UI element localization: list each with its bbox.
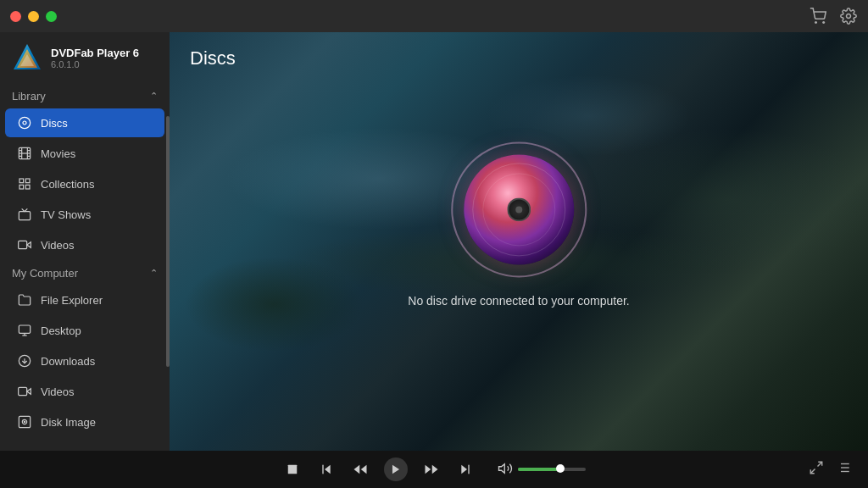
disc-center xyxy=(507,197,531,221)
library-section-header[interactable]: Library ⌃ xyxy=(0,83,170,108)
fileexplorer-icon xyxy=(17,292,32,308)
svg-point-0 xyxy=(815,22,817,24)
close-button[interactable] xyxy=(10,11,21,22)
videos-label: Videos xyxy=(41,239,75,252)
app-brand: DVDFab Player 6 6.0.1.0 xyxy=(0,32,170,83)
volume-slider[interactable] xyxy=(518,468,586,471)
disc-center-dot xyxy=(515,206,522,213)
mycomputer-chevron-icon: ⌃ xyxy=(150,268,158,279)
svg-marker-43 xyxy=(499,463,505,473)
app-version: 6.0.1.0 xyxy=(51,59,139,69)
svg-rect-17 xyxy=(25,179,30,183)
movies-label: Movies xyxy=(41,147,75,160)
svg-rect-35 xyxy=(322,465,323,474)
sidebar-item-desktop[interactable]: Desktop xyxy=(5,316,164,345)
tvshows-icon xyxy=(17,207,32,222)
svg-marker-41 xyxy=(461,465,467,474)
disc-visual xyxy=(464,154,574,264)
rewind-button[interactable] xyxy=(350,459,370,480)
stop-button[interactable] xyxy=(282,459,303,480)
playback-right-controls xyxy=(809,460,851,479)
prev-button[interactable] xyxy=(316,459,337,480)
sidebar-item-downloads[interactable]: Downloads xyxy=(5,347,164,375)
svg-point-2 xyxy=(847,14,851,19)
movies-icon xyxy=(17,146,32,161)
mycomputer-section-title: My Computer xyxy=(12,267,78,280)
svg-marker-38 xyxy=(392,465,399,474)
discs-label: Discs xyxy=(41,117,68,130)
svg-line-44 xyxy=(818,462,822,466)
traffic-lights xyxy=(10,11,57,22)
tvshows-label: TV Shows xyxy=(41,208,91,221)
downloads-icon xyxy=(17,353,32,369)
collections-label: Collections xyxy=(41,178,95,191)
svg-rect-22 xyxy=(19,241,27,248)
svg-point-1 xyxy=(823,22,825,24)
sidebar: DVDFab Player 6 6.0.1.0 Library ⌃ Discs xyxy=(0,32,170,451)
svg-point-32 xyxy=(24,421,25,422)
downloads-label: Downloads xyxy=(41,355,95,368)
mycomputer-section-header[interactable]: My Computer ⌃ xyxy=(0,260,170,285)
desktop-label: Desktop xyxy=(41,324,81,337)
sidebar-item-fileexplorer[interactable]: File Explorer xyxy=(5,286,164,314)
svg-rect-18 xyxy=(25,185,30,189)
maximize-button[interactable] xyxy=(46,11,57,22)
videos2-label: Videos xyxy=(41,385,75,398)
volume-icon xyxy=(498,461,513,479)
videos2-icon xyxy=(17,384,32,399)
sidebar-item-collections[interactable]: Collections xyxy=(5,169,164,198)
volume-thumb xyxy=(556,464,565,473)
svg-marker-28 xyxy=(27,389,31,395)
main-container: DVDFab Player 6 6.0.1.0 Library ⌃ Discs xyxy=(0,32,868,451)
desktop-icon xyxy=(17,323,32,338)
app-name: DVDFab Player 6 xyxy=(51,47,139,59)
sidebar-item-movies[interactable]: Movies xyxy=(5,139,164,168)
volume-area xyxy=(498,461,586,479)
playback-bar xyxy=(0,451,868,488)
svg-point-7 xyxy=(23,121,26,125)
svg-marker-36 xyxy=(354,465,360,474)
fastforward-button[interactable] xyxy=(421,459,442,480)
sidebar-item-videos[interactable]: Videos xyxy=(5,230,164,259)
no-disc-message: No disc drive connected to your computer… xyxy=(408,294,629,308)
svg-marker-40 xyxy=(426,465,431,474)
svg-marker-37 xyxy=(361,465,367,474)
svg-marker-21 xyxy=(27,242,31,248)
sidebar-item-discs[interactable]: Discs xyxy=(5,108,164,137)
svg-rect-29 xyxy=(19,387,27,395)
library-section-title: Library xyxy=(12,90,46,103)
volume-fill xyxy=(518,468,560,471)
videos-icon xyxy=(17,237,32,252)
title-bar-right xyxy=(809,7,858,25)
sidebar-item-diskimage[interactable]: Disk Image xyxy=(5,408,164,436)
play-button[interactable] xyxy=(384,458,408,481)
svg-marker-39 xyxy=(432,465,438,474)
discs-icon xyxy=(17,115,32,130)
disc-outer-ring xyxy=(451,141,587,277)
diskimage-label: Disk Image xyxy=(41,416,96,429)
svg-rect-33 xyxy=(288,465,298,474)
svg-point-6 xyxy=(19,117,30,128)
playlist-button[interactable] xyxy=(836,460,851,479)
next-button[interactable] xyxy=(455,459,476,480)
content-area: Discs No disc drive connected to your co… xyxy=(170,32,868,451)
sidebar-item-videos2[interactable]: Videos xyxy=(5,377,164,406)
svg-marker-34 xyxy=(325,465,331,474)
disc-container: No disc drive connected to your computer… xyxy=(408,141,629,308)
svg-rect-20 xyxy=(19,212,30,220)
fullscreen-button[interactable] xyxy=(809,460,824,479)
app-logo xyxy=(12,42,42,73)
diskimage-icon xyxy=(17,414,32,430)
sidebar-item-tvshows[interactable]: TV Shows xyxy=(5,200,164,229)
svg-rect-16 xyxy=(19,179,24,183)
svg-rect-42 xyxy=(468,465,469,474)
settings-icon[interactable] xyxy=(839,7,858,25)
page-title: Discs xyxy=(190,47,236,69)
app-info: DVDFab Player 6 6.0.1.0 xyxy=(51,47,139,69)
svg-line-45 xyxy=(810,469,815,474)
title-bar xyxy=(0,0,868,32)
minimize-button[interactable] xyxy=(28,11,39,22)
collections-icon xyxy=(17,176,32,191)
cart-icon[interactable] xyxy=(809,7,827,25)
svg-rect-19 xyxy=(19,185,24,189)
